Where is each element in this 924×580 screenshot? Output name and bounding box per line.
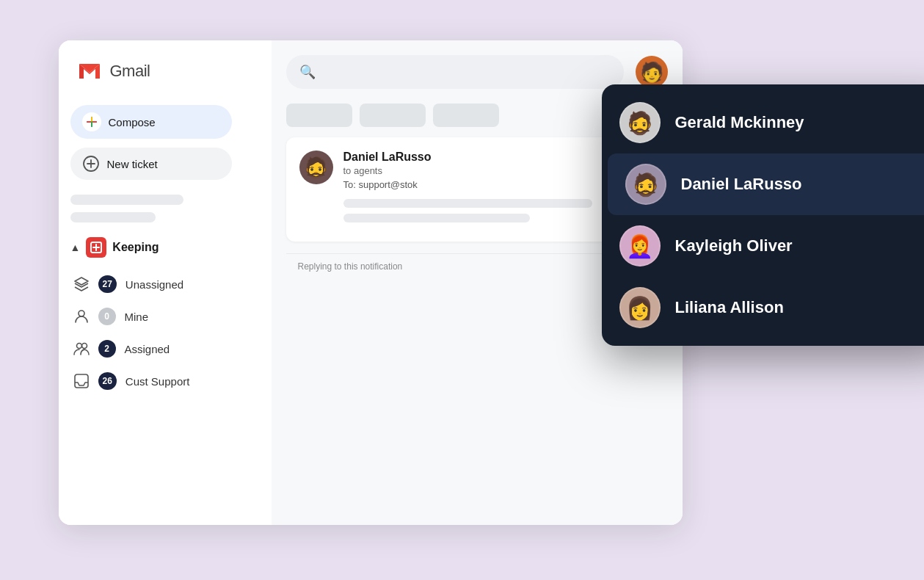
svg-point-4 bbox=[79, 311, 84, 316]
cust-support-label: Cust Support bbox=[125, 375, 190, 388]
cust-support-badge: 26 bbox=[98, 372, 117, 390]
keeping-label: Keeping bbox=[112, 241, 159, 254]
agent-item-liliana[interactable]: 👩 Liliana Allison bbox=[602, 277, 925, 338]
nav-item-cust-support[interactable]: 26 Cust Support bbox=[70, 366, 260, 396]
agent-avatar-liliana: 👩 bbox=[619, 287, 661, 328]
new-ticket-label: New ticket bbox=[107, 158, 158, 170]
chevron-icon: ▲ bbox=[70, 242, 81, 253]
unassigned-label: Unassigned bbox=[125, 278, 183, 291]
agent-name-gerald: Gerald Mckinney bbox=[675, 113, 804, 132]
unassigned-badge: 27 bbox=[98, 275, 117, 293]
mine-badge: 0 bbox=[98, 308, 116, 325]
people-icon bbox=[73, 341, 90, 357]
placeholder-line-1 bbox=[70, 195, 184, 205]
email-ph-1 bbox=[343, 199, 592, 208]
agent-item-kayleigh[interactable]: 👩‍🦰 Kayleigh Oliver bbox=[602, 215, 925, 277]
agent-name-kayleigh: Kayleigh Oliver bbox=[675, 236, 793, 255]
assigned-badge: 2 bbox=[98, 340, 116, 358]
agent-avatar-gerald: 🧔 bbox=[619, 102, 661, 143]
gmail-header: 🔍 🧑 bbox=[286, 55, 668, 89]
agent-name-daniel: Daniel LaRusso bbox=[681, 175, 802, 194]
gmail-m-icon bbox=[76, 58, 103, 84]
agent-name-liliana: Liliana Allison bbox=[675, 298, 784, 317]
agent-item-gerald[interactable]: 🧔 Gerald Mckinney bbox=[602, 92, 925, 153]
user-avatar: 🧑 bbox=[636, 56, 668, 88]
compose-plus-icon bbox=[82, 112, 101, 131]
placeholder-line-2 bbox=[70, 212, 156, 222]
keeping-header: ▲ Keeping bbox=[70, 237, 260, 258]
agent-item-daniel[interactable]: 🧔 Daniel LaRusso bbox=[608, 153, 925, 215]
compose-button[interactable]: Compose bbox=[70, 105, 232, 139]
gmail-app-title: Gmail bbox=[110, 62, 150, 81]
tab-ph-1 bbox=[286, 104, 352, 127]
placeholder-lines bbox=[70, 195, 260, 222]
person-icon bbox=[73, 308, 90, 325]
inbox-icon bbox=[73, 373, 90, 389]
agent-avatar-kayleigh: 👩‍🦰 bbox=[619, 225, 661, 267]
search-icon: 🔍 bbox=[299, 64, 316, 80]
mine-label: Mine bbox=[125, 311, 149, 323]
assigned-label: Assigned bbox=[125, 343, 170, 355]
sidebar: Gmail Compose bbox=[59, 40, 272, 525]
keeping-logo-icon bbox=[86, 237, 106, 258]
gmail-logo: Gmail bbox=[70, 58, 260, 84]
compose-label: Compose bbox=[109, 116, 156, 128]
email-ph-2 bbox=[343, 214, 530, 222]
sender-avatar: 🧔 bbox=[299, 151, 333, 184]
keeping-section: ▲ Keeping 2 bbox=[70, 237, 260, 396]
gmail-window: Gmail Compose bbox=[59, 40, 683, 525]
nav-item-assigned[interactable]: 2 Assigned bbox=[70, 334, 260, 363]
agent-avatar-daniel: 🧔 bbox=[625, 164, 666, 205]
tab-ph-2 bbox=[360, 104, 426, 127]
tab-ph-3 bbox=[433, 104, 499, 127]
nav-item-mine[interactable]: 0 Mine bbox=[70, 302, 260, 331]
svg-point-5 bbox=[76, 344, 81, 349]
layers-icon bbox=[73, 276, 90, 292]
search-bar[interactable]: 🔍 bbox=[286, 55, 624, 89]
main-container: Gmail Compose bbox=[59, 40, 866, 540]
new-ticket-icon bbox=[82, 155, 100, 173]
new-ticket-button[interactable]: New ticket bbox=[70, 148, 232, 180]
nav-item-unassigned[interactable]: 27 Unassigned bbox=[70, 269, 260, 299]
svg-point-6 bbox=[81, 344, 87, 349]
agent-dropdown: 🧔 Gerald Mckinney 🧔 Daniel LaRusso 👩‍🦰 K… bbox=[602, 84, 925, 346]
